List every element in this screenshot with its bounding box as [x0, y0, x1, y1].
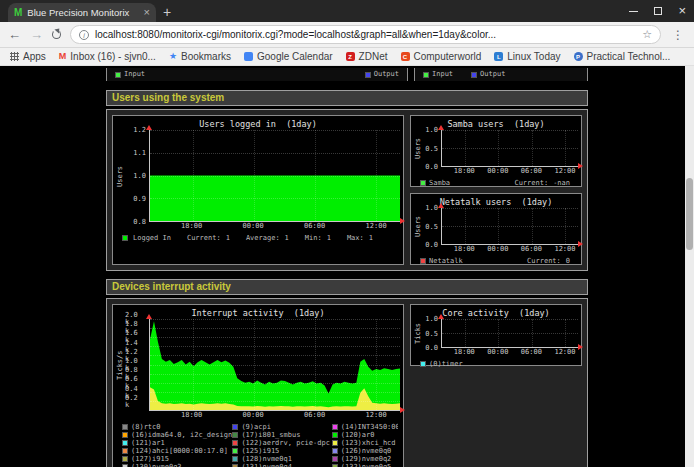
scrollbar-thumb[interactable] [686, 178, 693, 250]
v-gridline [565, 319, 566, 347]
legend-item-label: (126)nvme0q0 [341, 447, 392, 455]
y-tick-label: 0.5 [425, 223, 438, 230]
v-gridline [254, 319, 255, 410]
legend-series: (0)timer [420, 360, 463, 368]
bookmark-label: ZDNet [359, 51, 388, 62]
browser-window: M Blue Precision Monitorix × + × ← → i l… [0, 0, 694, 467]
legend-current: Current:-nan [514, 179, 570, 187]
close-icon[interactable]: × [678, 6, 686, 16]
maximize-icon[interactable] [654, 7, 662, 15]
legend-swatch [122, 432, 128, 438]
bookmark-item[interactable]: Apps [10, 51, 46, 62]
bookmark-item[interactable]: ZZDNet [346, 51, 388, 62]
v-gridline [565, 208, 566, 244]
legend-item: (126)nvme0q0 [332, 447, 398, 455]
x-tick-label: 00:00 [487, 168, 508, 175]
y-tick-label: 1.0 [425, 127, 438, 134]
legend-swatch [420, 361, 426, 367]
graph-interrupt-activity[interactable]: Interrupt activity (1day)Ticks/s2.0 k1.8… [112, 304, 404, 467]
plot-area[interactable] [149, 319, 400, 411]
url-text[interactable]: localhost:8080/monitorix-cgi/monitorix.c… [95, 29, 636, 40]
graph-core-activity[interactable]: Core activity (1day)Ticks1.00.50.018:000… [410, 304, 582, 366]
h-gridline [442, 226, 578, 227]
site-info-icon[interactable]: i [79, 30, 89, 40]
legend-item-label: (8)rtc0 [131, 423, 161, 431]
bookmark-item[interactable]: ★Bookmarks [169, 51, 231, 62]
x-axis-ticks: 18:0000:0006:0012:00 [441, 167, 578, 176]
legend-series-name: Logged In [133, 234, 171, 242]
legend-swatch [332, 424, 338, 430]
legend-swatch [232, 424, 238, 430]
y-axis-label: Users [414, 208, 423, 245]
h-gridline [150, 328, 400, 329]
legend-item-label: (128)nvme0q1 [241, 455, 292, 463]
h-gridline [150, 319, 400, 320]
monitorix-page: InputOutputInputOutput Users using the s… [0, 66, 694, 467]
y-axis-ticks: 2.0 k1.8 k1.6 k1.4 k1.2 k1.0 k0.8 k0.6 k… [125, 319, 149, 411]
v-gridline [498, 130, 499, 166]
graph-users-logged-in[interactable]: Users logged in (1day)Users1.21.11.00.90… [112, 115, 404, 265]
bookmark-label: Linux Today [507, 51, 560, 62]
plot-area[interactable] [149, 130, 400, 222]
bookmark-item[interactable]: Google Calendar [244, 51, 333, 62]
graph-samba-users[interactable]: Samba users (1day)Users1.00.50.018:0000:… [410, 115, 582, 187]
h-gridline [150, 401, 400, 402]
address-bar[interactable]: i localhost:8080/monitorix-cgi/monitorix… [70, 25, 661, 44]
section-users-right-column: Samba users (1day)Users1.00.50.018:0000:… [410, 115, 582, 265]
legend-swatch [332, 448, 338, 454]
legend-swatch [420, 258, 426, 264]
h-gridline [150, 392, 400, 393]
x-tick-label: 18:00 [454, 349, 475, 356]
browser-tab[interactable]: M Blue Precision Monitorix × [8, 3, 156, 22]
plot-area[interactable] [441, 319, 578, 348]
h-gridline [150, 130, 400, 131]
y-axis-arrow-icon [438, 125, 444, 130]
reload-icon[interactable] [52, 30, 61, 39]
v-gridline [532, 130, 533, 166]
legend-current: Current:0 [527, 257, 570, 265]
legend-item-label: (132)nvme0q5 [341, 463, 392, 467]
tab-close-icon[interactable]: × [144, 7, 150, 18]
bookmark-star-icon[interactable]: ☆ [642, 28, 652, 41]
x-tick-label: 12:00 [366, 223, 387, 230]
cropped-graph-panel[interactable]: InputOutput [106, 68, 408, 81]
section-users: Users using the system Users logged in (… [106, 90, 588, 271]
h-gridline [150, 365, 400, 366]
browser-menu-icon[interactable]: ⋮ [670, 28, 686, 42]
y-tick-label: 0.2 k [125, 395, 146, 409]
section-body-interrupts: Interrupt activity (1day)Ticks/s2.0 k1.8… [106, 298, 588, 467]
back-icon[interactable]: ← [8, 28, 21, 41]
plot-area[interactable] [441, 208, 578, 245]
y-axis-ticks: 1.00.50.0 [423, 208, 441, 245]
page-scrollbar[interactable] [685, 66, 694, 467]
minimize-icon[interactable] [629, 11, 638, 12]
bookmark-item[interactable]: PPractical Technol... [574, 51, 671, 62]
bookmark-item[interactable]: MInbox (16) - sjvn0... [59, 51, 156, 62]
graph-legend: NetatalkCurrent:0 [420, 257, 576, 265]
legend-swatch [122, 456, 128, 462]
y-tick-label: 0.0 [425, 345, 438, 352]
plot-area[interactable] [441, 130, 578, 167]
new-tab-button[interactable]: + [156, 3, 178, 22]
v-gridline [193, 130, 194, 221]
legend-item-label: (122)aerdrv, pcie-dpc [241, 439, 330, 447]
section-interrupts: Devices interrupt activity Interrupt act… [106, 279, 588, 467]
x-tick-label: 06:00 [521, 246, 542, 253]
v-gridline [465, 130, 466, 166]
legend-swatch [232, 456, 238, 462]
legend-item: (17)i801_smbus [232, 431, 331, 439]
bookmark-item[interactable]: CComputerworld [401, 51, 482, 62]
cropped-graph-panel[interactable]: InputOutput [414, 68, 588, 81]
bookmark-item[interactable]: LLinux Today [494, 51, 560, 62]
legend-item-label: (131)nvme0q4 [241, 463, 292, 467]
y-tick-label: 1.0 [133, 173, 146, 180]
h-gridline [150, 153, 400, 154]
section-body-users: Users logged in (1day)Users1.21.11.00.90… [106, 109, 588, 271]
forward-icon[interactable]: → [30, 28, 43, 41]
legend-stat-value: 1 [285, 234, 289, 242]
graph-main: Ticks/s2.0 k1.8 k1.6 k1.4 k1.2 k1.0 k0.8… [116, 319, 400, 411]
graph-netatalk-users[interactable]: Netatalk users (1day)Users1.00.50.018:00… [410, 193, 582, 265]
legend-series-name: (0)timer [429, 360, 463, 368]
y-axis-arrow-icon [438, 203, 444, 208]
graph-legend: (0)timer [420, 360, 576, 368]
